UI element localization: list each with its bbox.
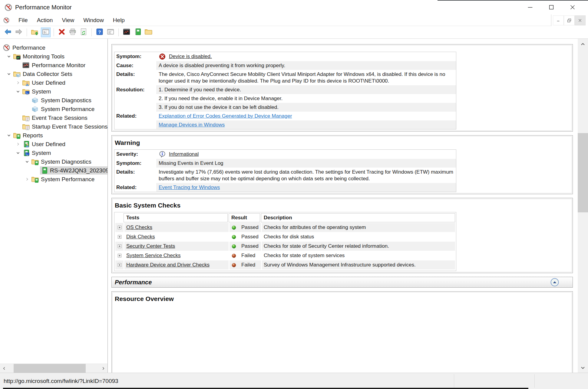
open-folder-button[interactable] bbox=[144, 28, 153, 37]
menu-item-window[interactable]: Window bbox=[79, 15, 108, 26]
chevron-closed-icon[interactable] bbox=[14, 140, 22, 148]
back-button[interactable] bbox=[3, 28, 13, 37]
expand-button[interactable] bbox=[115, 251, 124, 260]
sidebar-item-data-collector-sets[interactable]: Data Collector Sets bbox=[0, 70, 107, 78]
refresh-button[interactable] bbox=[79, 28, 88, 37]
error-link[interactable]: Explanation of Error Codes Generated by … bbox=[159, 113, 292, 119]
chevron-closed-icon[interactable] bbox=[23, 175, 31, 183]
check-test-cell: Security Center Tests bbox=[124, 242, 229, 251]
printer-icon bbox=[69, 28, 77, 37]
minimize-button[interactable] bbox=[520, 0, 541, 15]
check-test-link[interactable]: OS Checks bbox=[126, 224, 152, 230]
menu-item-file[interactable]: File bbox=[14, 15, 32, 26]
chevron-open-icon[interactable] bbox=[5, 53, 13, 60]
sidebar-item-system-performance[interactable]: System Performance bbox=[0, 105, 107, 113]
report-pane: Symptom:Device is disabled.Cause:A devic… bbox=[108, 39, 588, 373]
svg-text:?: ? bbox=[98, 29, 101, 34]
maximize-button[interactable] bbox=[541, 0, 562, 15]
warning-link[interactable]: Informational bbox=[169, 151, 199, 158]
print-button[interactable] bbox=[68, 28, 78, 37]
green-book-icon bbox=[134, 28, 141, 37]
menu-item-action[interactable]: Action bbox=[32, 15, 58, 26]
green-book-icon bbox=[40, 167, 48, 175]
sidebar-item-system-diagnostics[interactable]: System Diagnostics bbox=[0, 96, 107, 105]
sidebar-item-performance[interactable]: Performance bbox=[0, 43, 107, 52]
sidebar-item-event-trace-sessions[interactable]: 1001Event Trace Sessions bbox=[0, 113, 107, 122]
sidebar-item-startup-event-trace-sessions[interactable]: 1001Startup Event Trace Sessions bbox=[0, 122, 107, 131]
tree-item-core: User Defined bbox=[22, 79, 107, 87]
error-value: A device is disabled preventing it from … bbox=[156, 61, 456, 70]
error-link[interactable]: Manage Devices in Windows bbox=[159, 122, 225, 128]
sidebar-item-system-diagnostics[interactable]: System Diagnostics bbox=[0, 157, 107, 166]
expand-button[interactable] bbox=[115, 242, 124, 251]
check-test-link[interactable]: System Service Checks bbox=[126, 253, 181, 259]
up-one-level-button[interactable] bbox=[30, 28, 40, 37]
expand-button[interactable] bbox=[115, 223, 124, 232]
menu-item-view[interactable]: View bbox=[57, 15, 79, 26]
help-button[interactable]: ? bbox=[95, 28, 104, 37]
sidebar-item-monitoring-tools[interactable]: Monitoring Tools bbox=[0, 52, 107, 61]
error-row: Details:The device, Cisco AnyConnect Sec… bbox=[114, 70, 456, 85]
performance-console-button[interactable] bbox=[122, 28, 131, 37]
sidebar-item-performance-monitor[interactable]: Performance Monitor bbox=[0, 61, 107, 70]
chevron-open-icon[interactable] bbox=[5, 70, 13, 78]
performance-monitor-window: Performance Monitor FileActionViewWindow… bbox=[0, 0, 588, 389]
vertical-scroll-thumb[interactable] bbox=[578, 133, 588, 212]
console-tree-pane: PerformanceMonitoring ToolsPerformance M… bbox=[0, 39, 108, 373]
chevron-open-icon[interactable] bbox=[14, 149, 22, 157]
child-minimize-button[interactable] bbox=[553, 15, 564, 25]
menu-item-help[interactable]: Help bbox=[108, 15, 129, 26]
check-result-text: Failed bbox=[241, 262, 255, 268]
warning-link[interactable]: Event Tracing for Windows bbox=[159, 184, 220, 191]
chevron-closed-icon[interactable] bbox=[14, 79, 22, 87]
chevron-open-icon[interactable] bbox=[14, 88, 22, 96]
error-value: Device is disabled. bbox=[156, 52, 456, 61]
error-link[interactable]: Device is disabled. bbox=[169, 53, 212, 60]
sidebar-item-system[interactable]: System bbox=[0, 87, 107, 96]
scroll-up-button[interactable] bbox=[578, 39, 588, 49]
sidebar-horizontal-scrollbar[interactable] bbox=[0, 364, 107, 373]
warning-label: Related: bbox=[114, 183, 156, 192]
sidebar-item-user-defined[interactable]: User Defined bbox=[0, 140, 107, 149]
warning-value: Event Tracing for Windows bbox=[156, 183, 456, 192]
tree-indent-spacer bbox=[14, 123, 22, 131]
collapse-section-button[interactable] bbox=[550, 278, 559, 287]
error-text: 3. If you do not use the device it can b… bbox=[159, 104, 279, 111]
tree-item-core: System bbox=[22, 87, 107, 96]
check-test-link[interactable]: Security Center Tests bbox=[126, 243, 175, 249]
taskbar-edge-artifact bbox=[3, 388, 528, 389]
close-button[interactable] bbox=[562, 0, 583, 15]
scroll-right-button[interactable] bbox=[99, 364, 107, 373]
menu-items: FileActionViewWindowHelp bbox=[14, 15, 129, 26]
check-test-link[interactable]: Hardware Device and Driver Checks bbox=[126, 262, 210, 268]
error-label: Details: bbox=[114, 70, 156, 85]
sidebar-item-system-performance[interactable]: System Performance bbox=[0, 175, 107, 184]
chevron-open-icon[interactable] bbox=[23, 158, 31, 166]
check-test-link[interactable]: Disk Checks bbox=[126, 234, 155, 240]
check-test-cell: Disk Checks bbox=[124, 232, 229, 241]
report-vertical-scrollbar[interactable] bbox=[578, 39, 588, 373]
expand-button[interactable] bbox=[115, 260, 124, 270]
show-console-tree-button[interactable] bbox=[41, 28, 51, 37]
expand-button[interactable] bbox=[115, 232, 124, 241]
warning-label: Symptom: bbox=[114, 159, 156, 168]
sidebar-item-rs-4w2jqn3-2023092[interactable]: RS-4W2JQN3_2023092 bbox=[0, 166, 107, 175]
sidebar-item-user-defined[interactable]: User Defined bbox=[0, 78, 107, 87]
scroll-left-button[interactable] bbox=[0, 364, 8, 373]
error-row: Related:Explanation of Error Codes Gener… bbox=[114, 112, 456, 120]
horizontal-scroll-thumb[interactable] bbox=[14, 364, 86, 373]
error-value: The device, Cisco AnyConnect Secure Mobi… bbox=[156, 70, 456, 85]
latest-report-button[interactable] bbox=[133, 28, 142, 37]
child-restore-button[interactable] bbox=[564, 15, 575, 25]
error-text: 1. Determine if you need the device. bbox=[159, 87, 241, 93]
sidebar-item-system[interactable]: System bbox=[0, 149, 107, 157]
sidebar-item-reports[interactable]: Reports bbox=[0, 131, 107, 140]
check-test-cell: OS Checks bbox=[124, 223, 229, 232]
child-close-button[interactable] bbox=[575, 15, 586, 25]
scroll-down-button[interactable] bbox=[578, 363, 588, 373]
delete-button[interactable] bbox=[57, 28, 67, 37]
error-label: Related: bbox=[114, 112, 156, 120]
chevron-open-icon[interactable] bbox=[5, 132, 13, 139]
window-button[interactable] bbox=[106, 28, 115, 37]
forward-button[interactable] bbox=[14, 28, 24, 37]
